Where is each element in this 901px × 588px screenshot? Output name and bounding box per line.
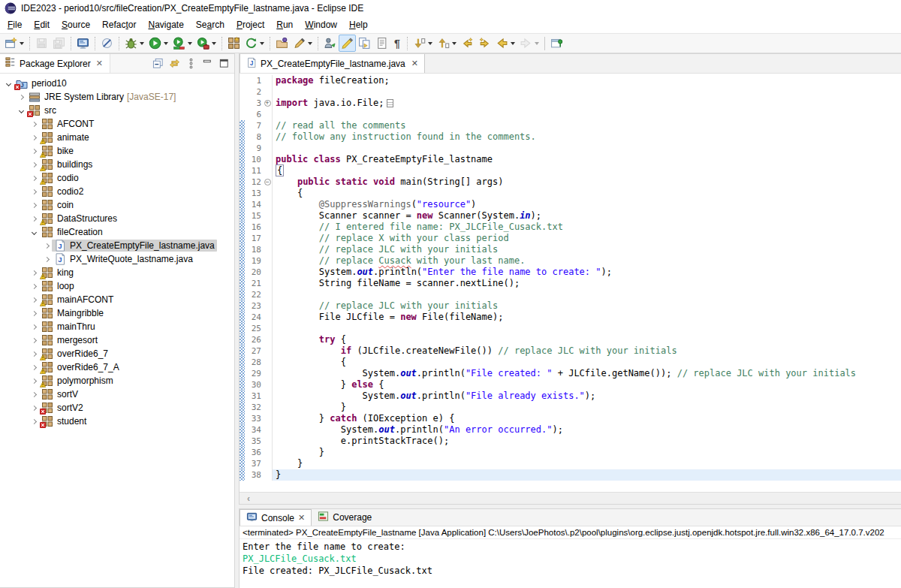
tree-item-sortV2[interactable]: sortV2 xyxy=(0,401,234,415)
dropdown-caret-icon[interactable] xyxy=(164,42,168,45)
line-number[interactable]: 37 xyxy=(245,458,263,469)
debug-button[interactable] xyxy=(122,35,146,52)
code-line-30[interactable]: 30 } else { xyxy=(240,379,901,390)
code-text[interactable]: if (JLCfile.createNewFile()) // replace … xyxy=(273,345,901,357)
line-number[interactable]: 28 xyxy=(245,357,263,368)
line-number[interactable]: 10 xyxy=(245,154,263,165)
link-with-editor-button[interactable] xyxy=(169,58,180,69)
new-java-project-button[interactable] xyxy=(225,35,243,52)
code-text[interactable]: import java.io.File; xyxy=(273,98,901,109)
chevron-right-icon[interactable] xyxy=(29,285,39,288)
line-number[interactable]: 27 xyxy=(245,345,263,357)
code-line-33[interactable]: 33 } catch (IOException e) { xyxy=(240,413,901,424)
chevron-right-icon[interactable] xyxy=(29,352,39,356)
code-text[interactable]: public class PX_CreateEmptyFile_lastname xyxy=(273,154,901,165)
code-line-27[interactable]: 27 if (JLCfile.createNewFile()) // repla… xyxy=(240,345,901,357)
chevron-right-icon[interactable] xyxy=(29,339,39,342)
code-text[interactable]: // read all the comments xyxy=(273,120,901,131)
line-number[interactable]: 8 xyxy=(245,131,263,143)
chevron-right-icon[interactable] xyxy=(29,176,39,180)
code-text[interactable]: @SuppressWarnings("resource") xyxy=(273,199,901,210)
minimize-button[interactable] xyxy=(202,58,213,69)
dropdown-caret-icon[interactable] xyxy=(535,42,539,45)
code-line-32[interactable]: 32 } xyxy=(240,402,901,413)
chevron-right-icon[interactable] xyxy=(29,298,39,302)
code-line-31[interactable]: 31 System.out.println("File already exis… xyxy=(240,390,901,402)
code-text[interactable]: } catch (IOException e) { xyxy=(273,413,901,424)
tree-item-loop[interactable]: loop xyxy=(0,279,234,293)
code-line-35[interactable]: 35 e.printStackTrace(); xyxy=(240,436,901,447)
menu-project[interactable]: Project xyxy=(231,18,270,32)
code-line-25[interactable]: 25 xyxy=(240,323,901,334)
tree-item-coin[interactable]: coin xyxy=(0,198,234,212)
line-number[interactable]: 32 xyxy=(245,402,263,413)
code-text[interactable]: System.out.println("File already exists.… xyxy=(273,390,901,402)
dropdown-caret-icon[interactable] xyxy=(20,42,24,45)
code-line-15[interactable]: 15 Scanner scanner = new Scanner(System.… xyxy=(240,210,901,222)
dropdown-caret-icon[interactable] xyxy=(260,42,264,45)
tab-package-explorer[interactable]: Package Explorer ✕ xyxy=(0,54,110,73)
chevron-right-icon[interactable] xyxy=(29,190,39,194)
menu-run[interactable]: Run xyxy=(270,18,299,32)
dropdown-caret-icon[interactable] xyxy=(212,42,216,45)
code-line-26[interactable]: 26 try { xyxy=(240,334,901,345)
dropdown-caret-icon[interactable] xyxy=(188,42,192,45)
line-number[interactable]: 25 xyxy=(245,323,263,334)
update-project-button[interactable] xyxy=(243,35,267,52)
code-line-6[interactable]: 6 xyxy=(240,109,901,120)
code-line-24[interactable]: 24 File JLCfile = new File(fileName); xyxy=(240,312,901,323)
source-doc-button[interactable] xyxy=(373,35,390,52)
code-line-19[interactable]: 19 // replace Cusack with your last name… xyxy=(240,255,901,267)
code-text[interactable]: // replace JLC with your initials xyxy=(273,244,901,255)
code-text[interactable]: { xyxy=(273,188,901,199)
folded-region-icon[interactable] xyxy=(387,99,393,107)
code-text[interactable]: public static void main(String[] args) xyxy=(273,176,901,188)
line-number[interactable]: 16 xyxy=(245,222,263,233)
tree-item-period10[interactable]: Jperiod10 xyxy=(0,77,234,90)
code-text[interactable]: // replace JLC with your initials xyxy=(273,300,901,312)
code-line-23[interactable]: 23 // replace JLC with your initials xyxy=(240,300,901,312)
pin-editor-button[interactable] xyxy=(548,35,565,52)
chevron-right-icon[interactable] xyxy=(29,406,39,410)
chevron-right-icon[interactable] xyxy=(29,149,39,153)
code-line-37[interactable]: 37 } xyxy=(240,458,901,469)
menu-source[interactable]: Source xyxy=(56,18,96,32)
code-line-9[interactable]: 9 xyxy=(240,143,901,154)
line-number[interactable]: 33 xyxy=(245,413,263,424)
menu-file[interactable]: File xyxy=(2,18,28,32)
new-wizard-button[interactable] xyxy=(2,35,26,52)
line-number[interactable]: 38 xyxy=(245,469,263,481)
chevron-right-icon[interactable] xyxy=(29,312,39,315)
close-console-tab-icon[interactable]: ✕ xyxy=(298,513,305,523)
code-line-3[interactable]: 3+import java.io.File; xyxy=(240,98,901,109)
code-line-11[interactable]: 11{ xyxy=(240,165,901,176)
menu-edit[interactable]: Edit xyxy=(28,18,56,32)
line-number[interactable]: 29 xyxy=(245,368,263,379)
maximize-button[interactable] xyxy=(218,58,230,69)
tree-item-PX_WriteQuote_lastname.java[interactable]: JPX_WriteQuote_lastname.java xyxy=(0,252,234,266)
tree-item-JRESystemLibrary[interactable]: JRE System Library[JavaSE-17] xyxy=(0,90,234,104)
tree-item-DataStructures[interactable]: DataStructures xyxy=(0,212,234,225)
code-text[interactable] xyxy=(273,109,901,120)
code-text[interactable]: System.out.println("Enter the file name … xyxy=(273,267,901,278)
menu-help[interactable]: Help xyxy=(343,18,374,32)
code-line-21[interactable]: 21 String fileName = scanner.nextLine(); xyxy=(240,278,901,289)
tree-item-buildings[interactable]: buildings xyxy=(0,158,234,171)
code-text[interactable] xyxy=(273,86,901,98)
tree-item-bike[interactable]: bike xyxy=(0,144,234,158)
code-text[interactable]: try { xyxy=(273,334,901,345)
line-number[interactable]: 36 xyxy=(245,447,263,458)
run-button[interactable] xyxy=(146,35,170,52)
chevron-down-icon[interactable] xyxy=(16,109,26,113)
profile-button[interactable] xyxy=(194,35,218,52)
code-text[interactable]: // I entered file name: PX_JLCFile_Cusac… xyxy=(273,222,901,233)
chevron-right-icon[interactable] xyxy=(29,366,39,369)
code-text[interactable]: System.out.println("File created: " + JL… xyxy=(273,368,901,379)
line-number[interactable]: 22 xyxy=(245,289,263,300)
tree-item-overRide6_7_A[interactable]: overRide6_7_A xyxy=(0,360,234,374)
editor-horizontal-scrollbar[interactable]: ‹ xyxy=(240,492,901,504)
close-editor-tab-icon[interactable]: ✕ xyxy=(411,59,418,68)
dropdown-caret-icon[interactable] xyxy=(452,42,457,45)
chevron-right-icon[interactable] xyxy=(29,393,39,397)
chevron-right-icon[interactable] xyxy=(41,258,52,261)
